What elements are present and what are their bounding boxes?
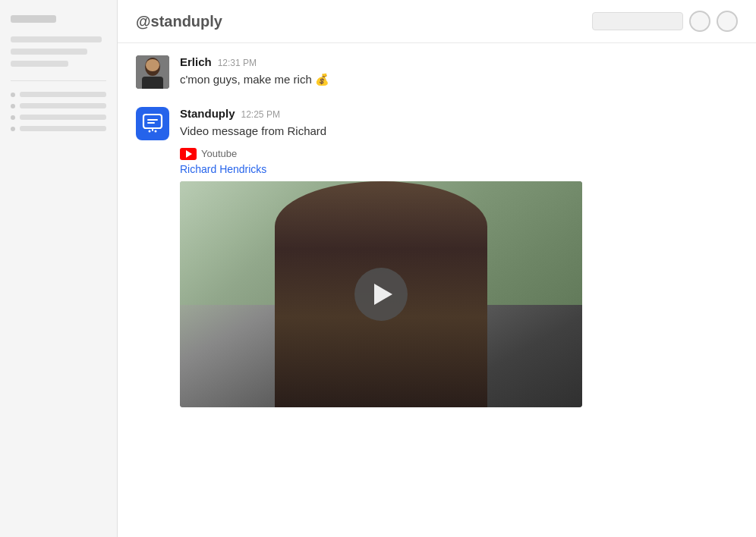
sidebar-channel-item[interactable] bbox=[11, 126, 106, 131]
sidebar-logo bbox=[11, 15, 56, 23]
channel-label bbox=[20, 115, 106, 120]
avatar bbox=[136, 55, 169, 89]
youtube-label-row: Youtube bbox=[180, 148, 582, 160]
youtube-embed-card: Youtube Richard Hendricks bbox=[180, 148, 582, 407]
sidebar bbox=[0, 0, 118, 537]
svg-point-2 bbox=[146, 59, 159, 71]
channel-header: @standuply bbox=[118, 0, 756, 43]
message-row: Standuply 12:25 PM Video message from Ri… bbox=[136, 107, 738, 407]
channel-dot bbox=[11, 93, 15, 97]
main-panel: @standuply bbox=[118, 0, 756, 537]
channel-dot bbox=[11, 127, 15, 131]
message-content: Erlich 12:31 PM c'mon guys, make me rich… bbox=[180, 55, 738, 89]
channel-label bbox=[20, 126, 106, 131]
sidebar-divider bbox=[11, 80, 106, 81]
sidebar-channel-item[interactable] bbox=[11, 92, 106, 97]
channel-title: @standuply bbox=[136, 13, 222, 30]
sidebar-item[interactable] bbox=[11, 36, 102, 42]
message-timestamp: 12:25 PM bbox=[241, 109, 280, 120]
svg-rect-4 bbox=[143, 115, 162, 128]
channel-label bbox=[20, 92, 106, 97]
avatar bbox=[136, 107, 169, 140]
play-triangle-icon bbox=[374, 284, 392, 305]
youtube-site-label: Youtube bbox=[201, 148, 237, 159]
youtube-channel-link[interactable]: Richard Hendricks bbox=[180, 163, 582, 175]
message-row: Erlich 12:31 PM c'mon guys, make me rich… bbox=[136, 55, 738, 89]
header-action-circle-1[interactable] bbox=[689, 11, 710, 32]
video-thumbnail[interactable] bbox=[180, 181, 582, 407]
message-body: c'mon guys, make me rich 💰 bbox=[180, 71, 738, 89]
message-timestamp: 12:31 PM bbox=[218, 58, 257, 68]
youtube-icon bbox=[180, 148, 197, 160]
message-content: Standuply 12:25 PM Video message from Ri… bbox=[180, 107, 738, 407]
messages-area: Erlich 12:31 PM c'mon guys, make me rich… bbox=[118, 43, 756, 537]
sidebar-item[interactable] bbox=[11, 61, 68, 67]
header-actions bbox=[592, 11, 738, 32]
sidebar-section-2 bbox=[11, 92, 106, 131]
svg-rect-3 bbox=[142, 77, 163, 89]
channel-label bbox=[20, 103, 106, 108]
svg-point-6 bbox=[155, 130, 157, 133]
erlich-avatar-image bbox=[136, 55, 169, 89]
sidebar-item[interactable] bbox=[11, 49, 87, 55]
channel-dot bbox=[11, 115, 15, 120]
header-action-circle-2[interactable] bbox=[717, 11, 738, 32]
svg-point-5 bbox=[149, 130, 151, 133]
sidebar-channel-item[interactable] bbox=[11, 103, 106, 108]
youtube-play-icon bbox=[186, 150, 192, 158]
video-play-button[interactable] bbox=[354, 268, 408, 321]
message-author: Erlich bbox=[180, 55, 212, 68]
message-meta: Erlich 12:31 PM bbox=[180, 55, 738, 68]
message-author: Standuply bbox=[180, 107, 235, 120]
message-meta: Standuply 12:25 PM bbox=[180, 107, 738, 120]
message-body: Video message from Richard bbox=[180, 123, 738, 140]
sidebar-section-1 bbox=[11, 36, 106, 67]
channel-dot bbox=[11, 104, 15, 108]
standuply-bot-icon bbox=[142, 111, 163, 136]
sidebar-channel-item[interactable] bbox=[11, 115, 106, 120]
search-box[interactable] bbox=[592, 12, 683, 30]
